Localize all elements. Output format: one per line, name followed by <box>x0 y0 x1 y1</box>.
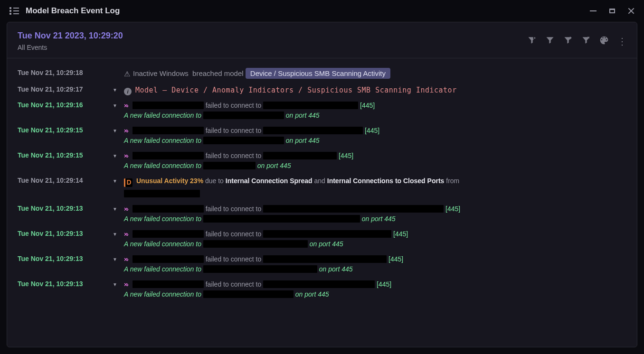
port-label: [445] <box>365 127 379 134</box>
from-text: from <box>446 177 459 185</box>
connection-subtext: A new failed connection to on port 445 <box>124 264 626 274</box>
row-content: ×› failed to connect to [445]A new faile… <box>124 278 626 299</box>
port-label: [445] <box>360 102 375 109</box>
connection-subtext: A new failed connection to on port 445 <box>124 214 626 224</box>
header-toolbar: ⋮ <box>527 31 626 47</box>
cause-2: Internal Connections to Closed Ports <box>327 177 445 185</box>
filter-export-icon[interactable] <box>563 36 573 47</box>
log-row[interactable]: Tue Nov 21, 10:29:16×› failed to connect… <box>7 97 637 122</box>
row-content: ×› failed to connect to [445]A new faile… <box>124 149 626 171</box>
chevron-down-icon[interactable] <box>113 99 124 108</box>
chevron-down-icon[interactable] <box>113 253 124 262</box>
port-label: [445] <box>388 255 403 263</box>
chevron-down-icon[interactable] <box>113 228 124 237</box>
redacted-source <box>133 127 204 134</box>
redacted-dest <box>263 230 391 238</box>
window-title: Model Breach Event Log <box>26 6 120 16</box>
redacted-sub <box>203 290 294 298</box>
log-row[interactable]: Tue Nov 21, 10:29:13×› failed to connect… <box>7 226 637 251</box>
timestamp: Tue Nov 21, 10:29:18 <box>18 67 113 76</box>
log-row[interactable]: Tue Nov 21, 10:29:13×› failed to connect… <box>7 276 637 301</box>
timestamp: Tue Nov 21, 10:29:13 <box>18 203 113 212</box>
connection-subtext: A new failed connection to on port 445 <box>124 239 626 249</box>
connection-subtext: A new failed connection to on port 445 <box>124 161 626 171</box>
port-label: [445] <box>445 205 460 213</box>
failed-text: failed to connect to <box>206 255 262 263</box>
and-text: and <box>314 177 327 185</box>
redacted-source <box>133 230 204 238</box>
chevron-down-icon[interactable] <box>113 278 124 287</box>
redacted-dest <box>263 102 358 109</box>
connection-icon: ×› <box>124 126 128 136</box>
log-row[interactable]: Tue Nov 21, 10:29:17iModel — Device / An… <box>7 82 637 98</box>
failed-text: failed to connect to <box>206 127 262 134</box>
failed-text: failed to connect to <box>206 205 262 213</box>
chevron-down-icon[interactable] <box>113 175 124 184</box>
row-content: ×› failed to connect to [445]A new faile… <box>124 124 626 146</box>
filter-add-icon[interactable] <box>527 36 537 47</box>
redacted-source <box>133 152 204 159</box>
log-row[interactable]: Tue Nov 21, 10:29:13×› failed to connect… <box>7 251 637 276</box>
redacted-dest <box>263 280 375 288</box>
maximize-button[interactable] <box>608 7 616 15</box>
timestamp: Tue Nov 21, 10:29:14 <box>18 175 113 184</box>
palette-icon[interactable] <box>599 36 609 47</box>
timestamp: Tue Nov 21, 10:29:15 <box>18 124 113 134</box>
redacted-sub <box>203 215 360 223</box>
row-content: ×› failed to connect to [445]A new faile… <box>124 203 626 224</box>
failed-text: failed to connect to <box>206 152 262 159</box>
redacted-source <box>133 280 204 288</box>
row-content: ×› failed to connect to [445]A new faile… <box>124 99 626 121</box>
log-row[interactable]: Tue Nov 21, 10:29:18⚠Inactive Windows br… <box>7 65 637 82</box>
chevron-down-icon[interactable] <box>113 124 124 133</box>
panel-header: Tue Nov 21 2023, 10:29:20 All Events ⋮ <box>7 22 637 58</box>
timestamp: Tue Nov 21, 10:29:13 <box>18 228 113 237</box>
row-content: ×› failed to connect to [445]A new faile… <box>124 253 626 274</box>
failed-text: failed to connect to <box>206 102 262 109</box>
log-row[interactable]: Tue Nov 21, 10:29:15×› failed to connect… <box>7 122 637 148</box>
redacted-from <box>124 190 200 197</box>
titlebar: Model Breach Event Log <box>0 0 644 22</box>
connection-icon: ×› <box>124 230 128 239</box>
titlebar-left: Model Breach Event Log <box>9 6 120 16</box>
window-controls <box>589 7 635 15</box>
connection-subtext: A new failed connection to on port 445 <box>124 111 626 121</box>
connection-icon: ×› <box>124 101 128 111</box>
redacted-sub <box>203 112 284 119</box>
port-label: [445] <box>339 152 353 159</box>
model-pill[interactable]: Device / Suspicious SMB Scanning Activit… <box>246 68 390 79</box>
connection-icon: ×› <box>124 151 128 161</box>
log-row[interactable]: Tue Nov 21, 10:29:15×› failed to connect… <box>7 148 637 173</box>
chevron-down-icon[interactable] <box>113 84 124 93</box>
model-path: Model — Device / Anomaly Indicators / Su… <box>135 86 457 94</box>
redacted-source <box>133 205 204 213</box>
redacted-dest <box>263 127 363 134</box>
row-content: iModel — Device / Anomaly Indicators / S… <box>124 84 626 96</box>
breach-text: Inactive Windows breached model <box>133 69 246 77</box>
chevron-down-icon <box>113 67 124 71</box>
header-left: Tue Nov 21 2023, 10:29:20 All Events <box>18 31 123 51</box>
list-icon[interactable] <box>9 7 19 15</box>
redacted-source <box>133 255 204 263</box>
log-row[interactable]: Tue Nov 21, 10:29:14DUnusual Activity 23… <box>7 173 637 201</box>
row-content: ×› failed to connect to [445]A new faile… <box>124 228 626 249</box>
filter-icon[interactable] <box>545 36 555 47</box>
port-label: [445] <box>377 280 391 288</box>
row-content: DUnusual Activity 23% due to Internal Co… <box>124 175 626 199</box>
chevron-down-icon[interactable] <box>113 203 124 212</box>
connection-icon: ×› <box>124 280 128 289</box>
connection-subtext: A new failed connection to on port 445 <box>124 136 626 146</box>
chevron-down-icon[interactable] <box>113 149 124 158</box>
connection-icon: ×› <box>124 255 128 264</box>
log-body: Tue Nov 21, 10:29:18⚠Inactive Windows br… <box>7 58 637 347</box>
log-row[interactable]: Tue Nov 21, 10:29:13×› failed to connect… <box>7 201 637 226</box>
failed-text: failed to connect to <box>206 230 262 238</box>
minimize-button[interactable] <box>589 7 597 15</box>
header-subtitle[interactable]: All Events <box>18 44 123 51</box>
due-to-text: due to <box>205 177 226 185</box>
more-icon[interactable]: ⋮ <box>617 37 626 46</box>
filter-clear-icon[interactable] <box>581 36 591 47</box>
close-button[interactable] <box>627 7 635 15</box>
warning-icon: ⚠ <box>124 69 130 80</box>
header-datetime: Tue Nov 21 2023, 10:29:20 <box>18 31 123 41</box>
